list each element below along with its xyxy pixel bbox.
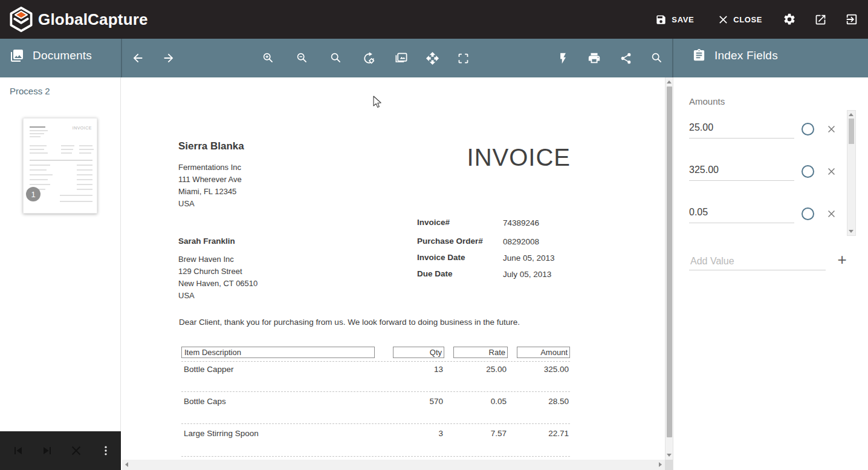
fullscreen-button[interactable]	[451, 46, 475, 70]
page-number-badge: 1	[26, 187, 40, 201]
table-header-rate: Rate	[453, 347, 508, 358]
table-divider	[181, 456, 570, 457]
field-delete-button[interactable]	[826, 209, 837, 221]
table-cell-description: Bottle Caps	[184, 397, 226, 406]
more-options-button[interactable]	[99, 443, 113, 458]
process-label: Process 2	[10, 86, 50, 96]
index-fields-header: Index Fields	[692, 48, 778, 62]
table-cell-qty: 3	[393, 429, 443, 439]
documents-icon	[10, 48, 24, 63]
amount-field-value[interactable]: 325.00	[689, 165, 794, 175]
thumbnail-content	[30, 126, 45, 128]
table-cell-amount: 22.71	[517, 429, 569, 439]
documents-header: Documents	[10, 48, 92, 63]
toolbar-divider-right	[672, 39, 673, 77]
amount-field-value[interactable]: 25.00	[689, 122, 794, 133]
brand: GlobalCapture	[0, 6, 148, 33]
table-divider	[181, 361, 570, 362]
panel-scrollbar-thumb[interactable]	[849, 119, 854, 144]
field-delete-button[interactable]	[826, 166, 837, 179]
rotate-button[interactable]	[357, 46, 381, 70]
search-button[interactable]	[645, 46, 669, 70]
table-cell-amount: 325.00	[517, 365, 569, 374]
print-button[interactable]	[582, 46, 606, 70]
last-page-button[interactable]	[40, 443, 54, 458]
panel-scroll-up-arrow[interactable]	[849, 113, 853, 116]
add-value-button[interactable]: +	[834, 252, 850, 267]
close-icon	[718, 15, 728, 25]
table-header-amount: Amount	[517, 347, 570, 358]
close-label: CLOSE	[733, 15, 762, 24]
table-cell-description: Large Stirring Spoon	[184, 429, 259, 439]
scroll-right-arrow[interactable]	[659, 462, 662, 467]
document-viewer[interactable]: Sierra Blanka Fermentations Inc 111 Wher…	[122, 77, 665, 460]
table-header-item-description: Item Description	[181, 347, 375, 358]
field-underline	[689, 138, 794, 139]
invoice-meta-value: 08292008	[503, 237, 539, 246]
invoice-title: INVOICE	[467, 144, 571, 171]
panel-scrollbar[interactable]	[847, 110, 856, 236]
previous-document-button[interactable]	[126, 46, 150, 70]
page-thumbnail[interactable]: INVOICE 1	[23, 118, 97, 214]
save-label: SAVE	[672, 15, 694, 24]
table-cell-rate: 0.05	[453, 397, 507, 406]
add-value-input[interactable]	[689, 253, 826, 270]
documents-label: Documents	[33, 49, 92, 62]
field-underline	[689, 223, 794, 223]
save-icon	[655, 14, 667, 25]
invoice-meta-label: Invoice#	[417, 218, 450, 227]
app-title: GlobalCapture	[38, 10, 148, 29]
amount-field-value[interactable]: 0.05	[689, 207, 794, 218]
gear-icon	[783, 13, 796, 26]
clipboard-icon	[692, 48, 706, 62]
field-locate-radio[interactable]	[802, 165, 814, 178]
panel-scroll-down-arrow[interactable]	[849, 230, 853, 233]
index-fields-panel: Amounts 25.00 325.00 0.05 +	[673, 77, 868, 470]
settings-button[interactable]	[783, 13, 796, 26]
document-sidebar: Process 2 INVOICE 1	[0, 77, 121, 431]
table-cell-qty: 570	[393, 397, 443, 406]
next-document-button[interactable]	[157, 46, 181, 70]
open-in-new-button[interactable]	[814, 13, 827, 26]
close-button[interactable]: CLOSE	[718, 15, 762, 25]
globalcapture-logo-icon	[9, 6, 33, 33]
field-locate-radio[interactable]	[802, 123, 814, 135]
pan-button[interactable]	[420, 46, 444, 70]
table-cell-rate: 25.00	[453, 365, 507, 374]
process-flash-button[interactable]	[551, 46, 575, 70]
page-thumbnails-button[interactable]	[389, 46, 413, 70]
vertical-scrollbar-thumb[interactable]	[667, 86, 672, 437]
logout-button[interactable]	[845, 13, 858, 26]
invoice-greeting: Dear Client, thank you for purchasing fr…	[179, 318, 520, 327]
top-app-bar: GlobalCapture SAVE CLOSE	[0, 0, 868, 39]
zoom-reset-button[interactable]	[324, 46, 348, 70]
table-cell-rate: 7.57	[453, 429, 507, 439]
scroll-left-arrow[interactable]	[125, 462, 128, 467]
invoice-meta-value: June 05, 2013	[503, 253, 555, 263]
field-underline	[689, 180, 794, 181]
open-in-new-icon	[814, 13, 827, 26]
toolbar-divider	[121, 39, 122, 77]
delete-page-button[interactable]	[69, 443, 83, 458]
scroll-up-arrow[interactable]	[667, 80, 672, 83]
table-divider	[181, 423, 570, 424]
scrollbar-corner	[665, 460, 673, 470]
zoom-out-button[interactable]	[290, 46, 314, 70]
field-delete-button[interactable]	[826, 124, 837, 137]
vertical-scrollbar[interactable]	[665, 77, 673, 460]
table-cell-description: Bottle Capper	[184, 365, 234, 374]
save-button[interactable]: SAVE	[655, 14, 694, 25]
invoice-meta-label: Purchase Order#	[417, 237, 483, 246]
horizontal-scrollbar[interactable]	[122, 460, 665, 470]
scroll-down-arrow[interactable]	[667, 454, 672, 457]
invoice-to-name: Sarah Franklin	[178, 237, 235, 246]
invoice-meta-label: Invoice Date	[417, 253, 465, 262]
invoice-meta-label: Due Date	[417, 269, 453, 278]
share-button[interactable]	[614, 46, 638, 70]
invoice-meta-value: July 05, 2013	[503, 270, 551, 279]
zoom-in-button[interactable]	[256, 46, 280, 70]
field-locate-radio[interactable]	[802, 207, 814, 220]
first-page-button[interactable]	[11, 443, 25, 458]
amounts-group-label: Amounts	[689, 96, 725, 106]
exit-icon	[845, 13, 858, 26]
